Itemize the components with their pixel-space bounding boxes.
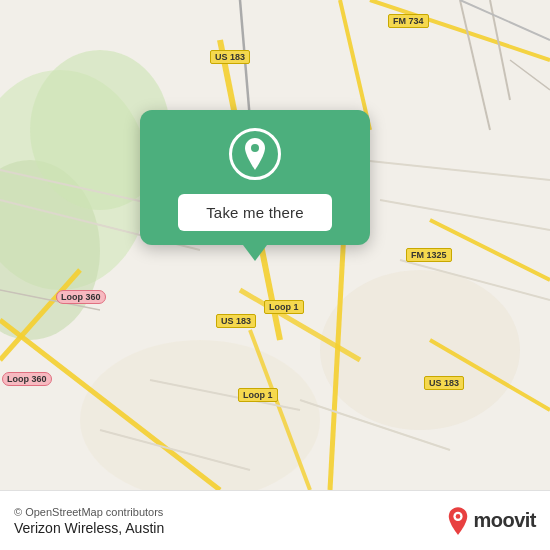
svg-point-5 [320, 270, 520, 430]
moovit-text: moovit [473, 509, 536, 532]
location-name: Verizon Wireless, Austin [14, 520, 164, 536]
road-label-us183-mid: US 183 [216, 314, 256, 328]
bottom-bar: © OpenStreetMap contributors Verizon Wir… [0, 490, 550, 550]
svg-point-32 [456, 514, 461, 519]
road-label-loop1-mid: Loop 1 [264, 300, 304, 314]
road-label-us183-right: US 183 [424, 376, 464, 390]
road-label-us183-top: US 183 [210, 50, 250, 64]
map-container: FM 734 US 183 Loop 1 Loop 1 Loop 1 Loop … [0, 0, 550, 490]
svg-point-30 [251, 144, 259, 152]
location-icon-wrapper [229, 128, 281, 180]
road-label-loop360-top: Loop 360 [56, 290, 106, 304]
take-me-there-button[interactable]: Take me there [178, 194, 332, 231]
moovit-logo[interactable]: moovit [446, 507, 536, 535]
road-label-fm1325: FM 1325 [406, 248, 452, 262]
moovit-pin-icon [446, 507, 470, 535]
bottom-left: © OpenStreetMap contributors Verizon Wir… [14, 506, 164, 536]
attribution-text: © OpenStreetMap contributors [14, 506, 164, 518]
popup-card: Take me there [140, 110, 370, 245]
location-pin-icon [241, 138, 269, 170]
road-label-fm734: FM 734 [388, 14, 429, 28]
road-label-loop360-left: Loop 360 [2, 372, 52, 386]
road-label-loop1-bot: Loop 1 [238, 388, 278, 402]
